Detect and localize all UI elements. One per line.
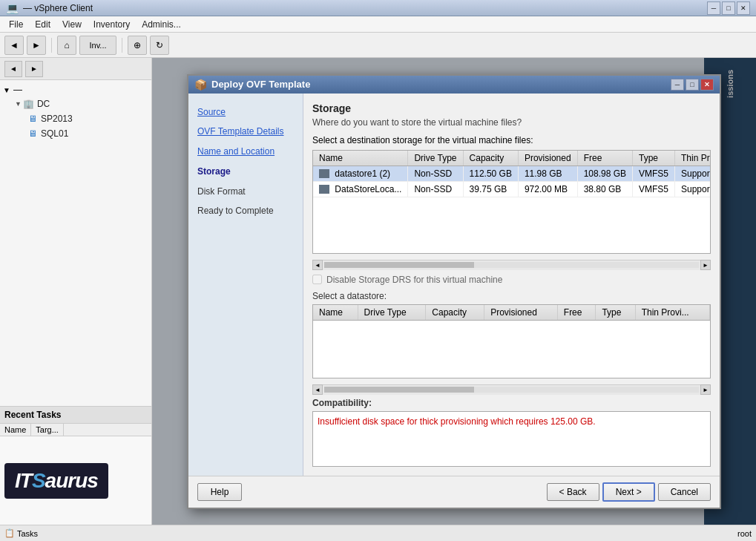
- dialog-title: Deploy OVF Template: [211, 79, 310, 90]
- help-button[interactable]: Help: [197, 483, 242, 501]
- sidebar-bottom: Recent Tasks Name Targ... ITSaurus: [0, 406, 151, 525]
- col-target: Targ...: [31, 424, 64, 436]
- row2-type: VMFS5: [633, 181, 675, 197]
- scroll-right-button[interactable]: ►: [700, 260, 711, 270]
- col-capacity-header: Capacity: [463, 151, 518, 166]
- recent-tasks-cols: Name Targ...: [0, 424, 151, 436]
- compat-box: Insufficient disk space for thick provis…: [312, 411, 711, 467]
- nav-forward-button[interactable]: ►: [25, 61, 43, 77]
- toolbar-separator-2: [122, 38, 122, 53]
- row1-name: datastore1 (2): [313, 165, 408, 181]
- minimize-button[interactable]: ─: [707, 1, 720, 15]
- col-provisioned-header: Provisioned: [518, 151, 577, 166]
- col-name: Name: [0, 424, 31, 436]
- forward-button[interactable]: ►: [27, 36, 46, 55]
- scroll-left-button[interactable]: ◄: [312, 260, 323, 270]
- wizard-header: Storage: [312, 102, 711, 114]
- sidebar-item-sp2013[interactable]: 🖥 SP2013: [27, 111, 148, 126]
- select-datastore-label: Select a datastore:: [312, 291, 711, 301]
- col-type-header: Type: [633, 151, 675, 166]
- home-button[interactable]: ⌂: [57, 36, 76, 55]
- dc-label: DC: [37, 99, 50, 109]
- dialog-close-button[interactable]: ✕: [700, 79, 714, 91]
- ds-col-provisioned: Provisioned: [484, 305, 558, 321]
- wizard-step-name-location[interactable]: Name and Location: [188, 142, 303, 162]
- ds-scroll-track[interactable]: [324, 387, 699, 393]
- datastore-icon: [319, 169, 329, 178]
- datacenter-icon: 🏢: [23, 98, 35, 110]
- menu-admin[interactable]: Adminis...: [136, 18, 187, 31]
- row1-thin: Supporte...: [675, 165, 711, 181]
- tree-root[interactable]: ▼ —: [3, 83, 148, 96]
- ds-table-header: Name Drive Type Capacity Provisioned Fre…: [313, 305, 710, 321]
- inventory-button[interactable]: Inv...: [79, 36, 116, 55]
- close-button[interactable]: ✕: [737, 1, 750, 15]
- wizard-step-source[interactable]: Source: [188, 102, 303, 122]
- row2-provisioned: 972.00 MB: [518, 181, 577, 197]
- next-button[interactable]: Next >: [602, 482, 655, 502]
- wizard-step-ovf-details[interactable]: OVF Template Details: [188, 122, 303, 142]
- back-button[interactable]: ◄: [4, 36, 24, 55]
- menu-edit[interactable]: Edit: [29, 18, 56, 31]
- ds-scroll-right-button[interactable]: ►: [700, 384, 711, 395]
- sp2013-label: SP2013: [41, 114, 73, 124]
- compat-label: Compatibility:: [312, 398, 711, 408]
- main-area: ◄ ► ▼ — ▼ 🏢 DC 🖥 SP: [0, 58, 756, 525]
- instruction-text: Select a destination storage for the vir…: [312, 135, 711, 145]
- wizard-step-disk-format[interactable]: Disk Format: [188, 182, 303, 202]
- recent-tasks-logo: ITSaurus: [0, 436, 151, 525]
- tree-children: ▼ 🏢 DC 🖥 SP2013 🖥 SQL01: [3, 96, 148, 141]
- app-shell: 💻 — vSphere Client ─ □ ✕ File Edit View …: [0, 0, 756, 541]
- sidebar-item-sql01[interactable]: 🖥 SQL01: [27, 126, 148, 141]
- menu-inventory[interactable]: Inventory: [88, 18, 136, 31]
- refresh-button[interactable]: ↻: [150, 36, 169, 55]
- logo-accent: S: [32, 469, 45, 492]
- dialog-restore-button[interactable]: □: [686, 79, 699, 91]
- expand-icon: ▼: [15, 100, 22, 108]
- col-drive-header: Drive Type: [408, 151, 463, 166]
- storage-table: Name Drive Type Capacity Provisioned Fre…: [313, 151, 711, 197]
- compat-text: Insufficient disk space for thick provis…: [318, 416, 596, 427]
- tasks-status[interactable]: 📋 Tasks: [4, 528, 38, 538]
- dialog-minimize-button[interactable]: ─: [671, 79, 684, 91]
- modal-overlay: 📦 Deploy OVF Template ─ □ ✕ Source: [152, 58, 756, 525]
- ds-table-container[interactable]: Name Drive Type Capacity Provisioned Fre…: [312, 304, 711, 378]
- app-icon: 💻: [6, 2, 19, 14]
- restore-button[interactable]: □: [722, 1, 735, 15]
- wizard-step-storage[interactable]: Storage: [188, 162, 303, 182]
- row2-thin: Supporte...: [675, 181, 711, 197]
- wizard-subheader: Where do you want to store the virtual m…: [312, 117, 711, 128]
- disable-drs-row: Disable Storage DRS for this virtual mac…: [312, 275, 711, 285]
- app-title-bar: 💻 — vSphere Client ─ □ ✕: [0, 0, 756, 16]
- dialog-body: Source OVF Template Details Name and Loc…: [188, 94, 720, 476]
- storage-table-header: Name Drive Type Capacity Provisioned Fre…: [313, 151, 711, 166]
- col-name-header: Name: [313, 151, 408, 166]
- root-collapse-icon: ▼: [3, 86, 10, 94]
- cancel-button[interactable]: Cancel: [658, 483, 711, 501]
- sidebar-nav: ◄ ►: [0, 58, 151, 80]
- storage-table-container[interactable]: Name Drive Type Capacity Provisioned Fre…: [312, 150, 711, 254]
- ds-col-thin: Thin Provi...: [635, 305, 709, 321]
- wizard-step-ready[interactable]: Ready to Complete: [188, 201, 303, 221]
- back-button[interactable]: < Back: [547, 483, 599, 501]
- status-right: root: [737, 529, 752, 538]
- menu-view[interactable]: View: [56, 18, 88, 31]
- disable-drs-label: Disable Storage DRS for this virtual mac…: [326, 275, 502, 285]
- add-button[interactable]: ⊕: [128, 36, 147, 55]
- table-row[interactable]: DataStoreLoca... Non-SSD 39.75 GB 972.00…: [313, 181, 711, 197]
- root-icon: —: [13, 85, 22, 95]
- scroll-track[interactable]: [324, 262, 699, 268]
- ds-col-type: Type: [596, 305, 635, 321]
- ds-scroll-left-button[interactable]: ◄: [312, 384, 323, 395]
- table-row[interactable]: datastore1 (2) Non-SSD 112.50 GB 11.98 G…: [313, 165, 711, 181]
- disable-drs-checkbox[interactable]: [312, 275, 322, 284]
- ds-horizontal-scrollbar[interactable]: ◄ ►: [312, 384, 711, 395]
- datastore-icon-2: [319, 185, 329, 194]
- dialog-title-bar: 📦 Deploy OVF Template ─ □ ✕: [188, 76, 720, 94]
- sidebar-item-dc[interactable]: ▼ 🏢 DC: [15, 96, 148, 111]
- menu-file[interactable]: File: [3, 18, 29, 31]
- horizontal-scrollbar[interactable]: ◄ ►: [312, 260, 711, 270]
- wizard-nav: Source OVF Template Details Name and Loc…: [188, 94, 303, 476]
- compat-section: Compatibility: Insufficient disk space f…: [312, 398, 711, 467]
- nav-back-button[interactable]: ◄: [4, 61, 22, 77]
